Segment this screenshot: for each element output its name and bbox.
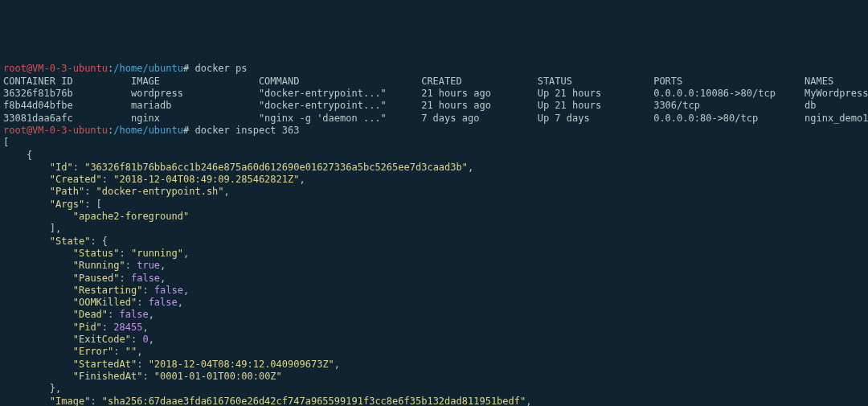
json-comma: , xyxy=(178,297,183,308)
json-comma: , xyxy=(183,285,189,296)
json-colon: : xyxy=(120,248,131,259)
json-comma: , xyxy=(526,396,531,407)
json-key-state: "State" xyxy=(50,236,91,247)
json-colon: : xyxy=(142,285,154,296)
prompt-user: root@VM-0-3-ubuntu xyxy=(3,125,108,136)
json-value-restarting: false xyxy=(154,285,183,296)
json-key-status: "Status" xyxy=(73,248,120,259)
json-comma: , xyxy=(183,248,189,259)
json-value-id: "36326f81b76bba6cc1b246e875a60d612690e01… xyxy=(84,162,468,173)
docker-ps-row: 33081daa6afc nginx "nginx -g 'daemon ...… xyxy=(3,113,868,124)
json-value-dead: false xyxy=(120,309,149,320)
json-colon: : xyxy=(108,309,119,320)
json-comma: , xyxy=(160,260,166,271)
json-colon: : xyxy=(113,346,125,357)
json-comma: , xyxy=(160,273,166,284)
json-colon: : xyxy=(90,236,101,247)
json-key-created: "Created" xyxy=(50,174,102,185)
json-comma: , xyxy=(142,322,148,333)
json-key-paused: "Paused" xyxy=(73,273,120,284)
docker-ps-row: f8b44d04bfbe mariadb "docker-entrypoint.… xyxy=(3,100,816,111)
json-value-args0: "apache2-foreground" xyxy=(73,211,190,222)
json-value-created: "2018-12-04T08:49:09.285462821Z" xyxy=(113,174,299,185)
json-value-exitcode: 0 xyxy=(142,334,148,345)
prompt-path: /home/ubuntu xyxy=(113,125,183,136)
json-colon: : xyxy=(73,162,84,173)
json-comma: , xyxy=(149,309,154,320)
json-brace: { xyxy=(27,150,32,161)
json-bracket: [ xyxy=(3,137,9,148)
json-colon: : xyxy=(131,334,142,345)
json-brace: { xyxy=(102,236,108,247)
json-value-oomkilled: false xyxy=(149,297,178,308)
json-comma: , xyxy=(468,162,473,173)
json-key-pid: "Pid" xyxy=(73,322,102,333)
json-value-status: "running" xyxy=(131,248,183,259)
json-colon: : xyxy=(137,359,148,370)
json-key-image: "Image" xyxy=(50,396,91,407)
json-colon: : xyxy=(84,186,96,197)
json-key-restarting: "Restarting" xyxy=(73,285,143,296)
json-colon: : xyxy=(137,297,148,308)
prompt-symbol: # xyxy=(183,63,189,74)
json-comma: , xyxy=(137,346,142,357)
command-input: docker inspect 363 xyxy=(194,125,299,136)
json-colon: : xyxy=(120,273,131,284)
prompt-path: /home/ubuntu xyxy=(113,63,183,74)
json-value-image: "sha256:67daae3fda616760e26d42cf747a9655… xyxy=(102,396,526,407)
json-key-exitcode: "ExitCode" xyxy=(73,334,131,345)
prompt-user: root@VM-0-3-ubuntu xyxy=(3,63,108,74)
json-colon: : xyxy=(84,199,96,210)
json-key-error: "Error" xyxy=(73,346,114,357)
json-key-dead: "Dead" xyxy=(73,309,108,320)
json-comma: , xyxy=(224,186,230,197)
json-value-finishedat: "0001-01-01T00:00:00Z" xyxy=(154,371,282,382)
json-value-path: "docker-entrypoint.sh" xyxy=(96,186,224,197)
json-value-pid: 28455 xyxy=(113,322,142,333)
json-key-id: "Id" xyxy=(50,162,73,173)
json-comma: , xyxy=(299,174,305,185)
json-key-running: "Running" xyxy=(73,260,125,271)
json-key-args: "Args" xyxy=(50,199,84,210)
json-value-startedat: "2018-12-04T08:49:12.040909673Z" xyxy=(149,359,334,370)
json-colon: : xyxy=(142,371,154,382)
json-colon: : xyxy=(125,260,137,271)
docker-ps-header-row: CONTAINER ID IMAGE COMMAND CREATED STATU… xyxy=(3,76,833,87)
json-value-error: "" xyxy=(125,346,137,357)
docker-ps-row: 36326f81b76b wordpress "docker-entrypoin… xyxy=(3,88,868,99)
json-bracket: [ xyxy=(96,199,102,210)
json-comma: , xyxy=(149,334,154,345)
json-value-running: true xyxy=(137,260,160,271)
prompt-symbol: # xyxy=(183,125,189,136)
command-input: docker ps xyxy=(194,63,247,74)
json-colon: : xyxy=(90,396,101,407)
json-comma: , xyxy=(334,359,340,370)
json-brace: }, xyxy=(50,383,61,394)
json-colon: : xyxy=(102,322,113,333)
json-key-oomkilled: "OOMKilled" xyxy=(73,297,137,308)
json-key-startedat: "StartedAt" xyxy=(73,359,137,370)
json-bracket: ], xyxy=(50,223,61,234)
json-key-finishedat: "FinishedAt" xyxy=(73,371,143,382)
json-colon: : xyxy=(102,174,113,185)
json-key-path: "Path" xyxy=(50,186,84,197)
json-value-paused: false xyxy=(131,273,160,284)
terminal[interactable]: root@VM-0-3-ubuntu:/home/ubuntu# docker … xyxy=(0,61,868,406)
